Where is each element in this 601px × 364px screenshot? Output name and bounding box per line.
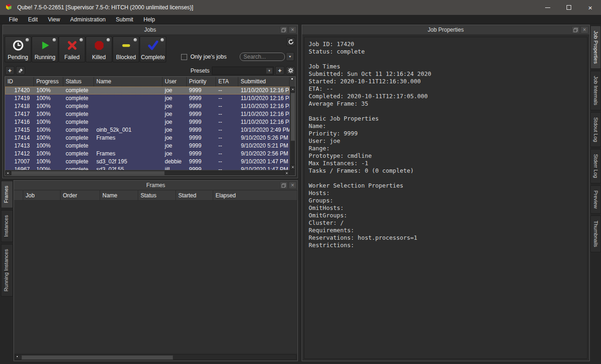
tab-stderr-log[interactable]: Stderr Log [590, 149, 601, 183]
column-header-blank[interactable] [14, 190, 23, 200]
job-row-16967[interactable]: 16967100%completesd3_02f 55jill9999--9/1… [5, 166, 290, 170]
cell-id: 17414 [5, 134, 34, 142]
tab-stdout-log[interactable]: Stdout Log [590, 112, 601, 147]
column-header-id[interactable]: ID [5, 77, 34, 87]
column-header-user[interactable]: User [162, 77, 187, 87]
column-header-progress[interactable]: Progress [34, 77, 63, 87]
add-filter-button[interactable]: + [5, 66, 14, 75]
filter-button-failed[interactable]: Failed [59, 36, 85, 62]
cell-status: complete [63, 118, 94, 126]
scroll-right-arrow[interactable] [284, 171, 289, 175]
menu-item-help[interactable]: Help [138, 15, 160, 24]
horizontal-scrollbar-thumb[interactable] [11, 171, 165, 175]
job-row-17413[interactable]: 17413100%completejoe9999--9/10/2020 5:21… [5, 142, 290, 150]
column-header-priority[interactable]: Priority [187, 77, 216, 87]
column-header-name[interactable]: Name [100, 190, 138, 200]
frames-panel-titlebar[interactable]: Frames × [14, 181, 297, 190]
cell-name: Frames [94, 134, 162, 142]
status-led [26, 38, 29, 41]
search-input[interactable] [240, 53, 285, 61]
menu-item-file[interactable]: File [4, 15, 23, 24]
menu-item-administration[interactable]: Administration [65, 15, 111, 24]
job-row-17419[interactable]: 17419100%completejoe9999--11/10/2020 12:… [5, 94, 290, 102]
float-button[interactable] [280, 182, 288, 189]
broom-icon [18, 68, 23, 74]
horizontal-scrollbar-thumb[interactable] [21, 355, 173, 360]
tab-preview[interactable]: Preview [590, 185, 601, 214]
job-row-17416[interactable]: 17416100%completejoe9999--11/10/2020 12:… [5, 118, 290, 126]
column-header-name[interactable]: Name [94, 77, 162, 87]
tab-thumbnails[interactable]: Thumbnails [590, 216, 601, 252]
column-header-eta[interactable]: ETA [216, 77, 238, 87]
vertical-splitter[interactable] [298, 25, 301, 361]
tab-instances[interactable]: Instances [1, 210, 13, 242]
cell-name [94, 142, 162, 150]
job-row-17412[interactable]: 17412100%completeFramesjoe9999--9/10/202… [5, 150, 290, 158]
job-row-17420[interactable]: 17420100%completejoe9999--11/10/2020 12:… [5, 87, 290, 94]
search-dropdown-button[interactable]: ▼ [286, 52, 294, 61]
jobs-panel-titlebar[interactable]: Jobs × [3, 25, 297, 35]
menubar: FileEditViewAdministrationSubmitHelp [0, 15, 601, 24]
job-row-17414[interactable]: 17414100%completeFramesjoe9999--9/10/202… [5, 134, 290, 142]
maximize-icon [567, 5, 571, 10]
cell-eta: -- [216, 142, 238, 150]
column-header-job[interactable]: Job [23, 190, 61, 200]
job-row-17417[interactable]: 17417100%completejoe9999--11/10/2020 12:… [5, 110, 290, 118]
vertical-scrollbar-thumb[interactable] [290, 93, 295, 141]
column-header-started[interactable]: Started [176, 190, 213, 200]
job-properties-titlebar[interactable]: Job Properties × [302, 25, 589, 35]
job-row-17415[interactable]: 17415100%completeoinb_52k_001joe9999--10… [5, 126, 290, 134]
tab-job-properties[interactable]: Job Properties [590, 26, 601, 69]
presets-label: Presets [190, 67, 209, 74]
filter-button-running[interactable]: Running [32, 36, 58, 62]
close-panel-button[interactable]: × [289, 182, 297, 189]
frames-table-header: JobOrderNameStatusStartedElapsed [14, 190, 297, 201]
filter-button-pending[interactable]: Pending [5, 36, 31, 62]
tab-frames[interactable]: Frames [1, 181, 13, 208]
filter-button-complete[interactable]: Complete [140, 36, 166, 62]
only-joes-jobs-checkbox[interactable] [181, 54, 187, 60]
scroll-left-arrow[interactable] [6, 171, 10, 175]
column-header-order[interactable]: Order [61, 190, 100, 200]
tab-job-internals[interactable]: Job Internals [590, 71, 601, 110]
vertical-scrollbar[interactable] [290, 87, 295, 170]
close-panel-button[interactable]: × [581, 26, 588, 34]
filter-button-blocked[interactable]: Blocked [113, 36, 139, 62]
horizontal-scrollbar[interactable] [5, 170, 290, 175]
column-header-status[interactable]: Status [138, 190, 176, 200]
filter-button-killed[interactable]: Killed [86, 36, 112, 62]
cell-name: Frames [94, 150, 162, 158]
scroll-up-arrow[interactable] [290, 87, 295, 92]
maximize-button[interactable] [558, 0, 580, 15]
presets-combobox[interactable]: ▼ [212, 67, 274, 75]
column-header-elapsed[interactable]: Elapsed [213, 190, 297, 200]
float-button[interactable] [572, 26, 580, 34]
column-header-submitted[interactable]: Submitted [238, 77, 290, 87]
cell-id: 17418 [5, 102, 34, 110]
menu-item-view[interactable]: View [43, 15, 65, 24]
float-button[interactable] [280, 26, 288, 34]
cell-id: 16967 [5, 166, 34, 170]
add-preset-button[interactable]: + [275, 66, 284, 75]
refresh-button[interactable] [286, 37, 295, 46]
job-row-17418[interactable]: 17418100%completejoe9999--11/10/2020 12:… [5, 102, 290, 110]
cell-progress: 100% [34, 94, 63, 102]
scroll-down-arrow[interactable] [290, 165, 295, 169]
menu-item-edit[interactable]: Edit [23, 15, 43, 24]
job-properties-title: Job Properties [428, 27, 464, 33]
job-row-17007[interactable]: 17007100%completesd3_02f 195debbie9999--… [5, 158, 290, 166]
cell-eta: -- [216, 150, 238, 158]
frames-horizontal-scrollbar[interactable] [15, 354, 297, 360]
menu-item-submit[interactable]: Submit [111, 15, 138, 24]
cell-user: joe [162, 142, 187, 150]
minimize-button[interactable] [537, 0, 558, 15]
column-header-status[interactable]: Status [63, 77, 94, 87]
preset-settings-button[interactable] [286, 66, 295, 75]
cell-user: joe [162, 110, 187, 118]
close-panel-button[interactable]: × [289, 26, 297, 34]
job-properties-content: Job ID: 17420 Status: complete Job Times… [304, 37, 587, 359]
scrollbar-corner[interactable] [290, 77, 295, 87]
tab-running-instances[interactable]: Running Instances [1, 244, 13, 297]
clear-filters-button[interactable] [16, 66, 25, 75]
close-button[interactable]: × [580, 0, 601, 15]
